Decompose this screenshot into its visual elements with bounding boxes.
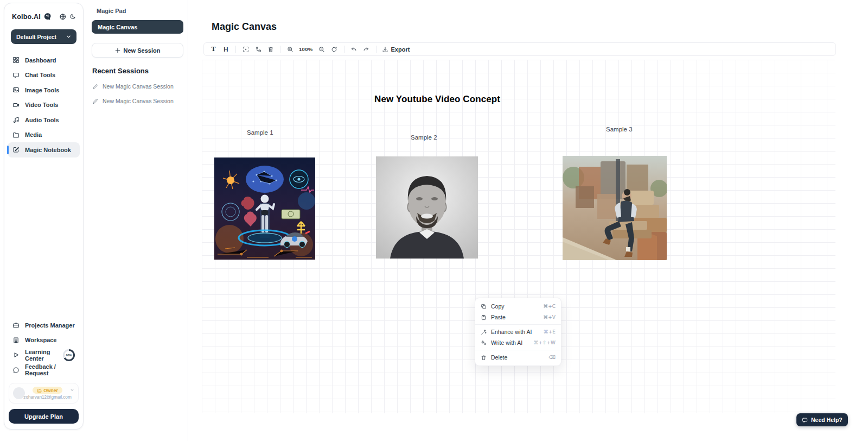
sidebar-nav: Dashboard Chat Tools Image Tools Video T… — [4, 53, 83, 158]
sidebar-item-image-tools[interactable]: Image Tools — [8, 83, 80, 98]
export-button[interactable]: Export — [380, 46, 412, 53]
video-icon — [12, 102, 20, 109]
notebook-icon — [12, 146, 20, 153]
nav-label: Dashboard — [25, 57, 56, 64]
workflow-icon — [255, 46, 261, 53]
brand-row: Kolbo.AI — [4, 3, 83, 21]
sidebar-item-workspace[interactable]: Workspace — [8, 333, 62, 348]
learning-progress-value: 66% — [65, 351, 73, 360]
user-email: zoharvan12@gmail.com — [23, 395, 71, 400]
recent-session-item[interactable]: New Magic Canvas Session — [92, 83, 174, 90]
delete-tool-button[interactable] — [264, 43, 277, 55]
menu-shortcut: ⌘+C — [543, 304, 556, 309]
chevron-down-icon — [66, 34, 71, 39]
help-chat-icon — [802, 417, 808, 423]
sidebar-item-dashboard[interactable]: Dashboard — [8, 53, 80, 68]
zoom-out-button[interactable] — [316, 43, 328, 55]
undo-button[interactable] — [348, 43, 360, 55]
context-menu-copy[interactable]: Copy ⌘+C — [475, 301, 561, 312]
context-menu-write-with-ai[interactable]: Write with AI ⌘+⇧+W — [475, 337, 561, 348]
magic-canvas-item[interactable]: Magic Canvas — [92, 20, 183, 34]
canvas-heading-text[interactable]: New Youtube Video Concept — [374, 94, 500, 105]
play-icon — [12, 351, 20, 358]
sparkles-icon — [481, 340, 487, 346]
workflow-tool-button[interactable] — [252, 43, 264, 55]
language-globe-icon[interactable] — [59, 13, 67, 21]
context-menu-delete[interactable]: Delete ⌫ — [475, 352, 561, 363]
chevron-down-icon — [70, 388, 74, 392]
menu-shortcut: ⌘+E — [544, 329, 556, 335]
magic-canvas-surface[interactable]: New Youtube Video Concept Sample 1 Sampl… — [202, 60, 835, 413]
toolbar-divider — [376, 46, 376, 53]
canvas-image-ruins[interactable] — [563, 156, 667, 260]
text-tool-button[interactable]: T — [207, 43, 220, 55]
toolbar-divider — [344, 46, 344, 53]
sidebar-item-chat-tools[interactable]: Chat Tools — [8, 68, 80, 83]
nav-label: Audio Tools — [25, 117, 59, 123]
pencil-icon — [92, 84, 98, 90]
sidebar-item-audio-tools[interactable]: Audio Tools — [8, 112, 80, 128]
dark-mode-moon-icon[interactable] — [69, 13, 76, 20]
menu-label: Delete — [491, 354, 507, 361]
sample-1-label[interactable]: Sample 1 — [247, 129, 273, 136]
menu-shortcut: ⌘+⇧+W — [533, 340, 556, 345]
zoom-level: 100% — [296, 46, 316, 52]
recent-session-label: New Magic Canvas Session — [103, 83, 174, 90]
menu-label: Write with AI — [491, 339, 522, 346]
canvas-toolbar: T H 100% Export — [203, 42, 836, 56]
primary-sidebar: Kolbo.AI Default Project Dashboard Chat … — [4, 3, 84, 430]
sample-2-label[interactable]: Sample 2 — [411, 134, 437, 141]
sample-3-label[interactable]: Sample 3 — [606, 126, 633, 133]
nav-label: Feedback / Request — [25, 363, 75, 376]
ai-select-icon — [242, 46, 249, 53]
nav-label: Learning Center — [25, 349, 56, 362]
context-menu-paste[interactable]: Paste ⌘+V — [475, 312, 561, 323]
user-account-card[interactable]: Owner zoharvan12@gmail.com — [9, 383, 79, 404]
paste-icon — [481, 314, 487, 320]
brain-logo-icon — [43, 12, 52, 21]
dashboard-icon — [12, 56, 20, 64]
recent-sessions-title: Recent Sessions — [92, 67, 188, 75]
context-menu-enhance-with-ai[interactable]: Enhance with AI ⌘+E — [475, 326, 561, 337]
sidebar-item-projects-manager[interactable]: Projects Manager — [8, 318, 80, 333]
redo-button[interactable] — [360, 43, 373, 55]
download-icon — [382, 46, 388, 53]
canvas-image-portrait[interactable] — [376, 156, 478, 259]
menu-label: Paste — [491, 314, 506, 320]
sidebar-item-learning-center[interactable]: Learning Center 66% — [8, 348, 80, 363]
briefcase-icon — [12, 322, 20, 329]
need-help-label: Need Help? — [811, 417, 843, 423]
reset-view-button[interactable] — [328, 43, 341, 55]
redo-icon — [363, 46, 369, 53]
main-area: Magic Canvas T H 100% — [188, 0, 868, 441]
menu-divider — [475, 350, 561, 350]
feedback-icon — [12, 367, 20, 374]
trash-icon — [481, 355, 487, 361]
undo-icon — [350, 46, 357, 53]
sidebar-item-magic-notebook[interactable]: Magic Notebook — [8, 142, 80, 158]
ai-select-tool-button[interactable] — [239, 43, 252, 55]
media-folder-icon — [12, 131, 20, 138]
zoom-out-icon — [318, 46, 325, 53]
sidebar-item-video-tools[interactable]: Video Tools — [8, 98, 80, 113]
upgrade-plan-button[interactable]: Upgrade Plan — [9, 409, 79, 424]
recent-session-label: New Magic Canvas Session — [103, 98, 174, 104]
learning-progress-ring: 66% — [63, 349, 75, 361]
menu-label: Copy — [491, 303, 505, 310]
canvas-image-ai-collage[interactable] — [214, 158, 315, 260]
sidebar-item-feedback[interactable]: Feedback / Request — [8, 363, 80, 378]
sidebar-footer: Projects Manager Workspace Learning Cent… — [8, 318, 80, 424]
brand-logo: Kolbo.AI — [12, 13, 41, 21]
toolbar-divider — [280, 46, 280, 53]
rotate-icon — [331, 46, 337, 53]
new-session-label: New Session — [124, 47, 161, 54]
sidebar-item-media[interactable]: Media — [8, 128, 80, 143]
need-help-button[interactable]: Need Help? — [796, 413, 848, 426]
new-session-button[interactable]: New Session — [92, 43, 183, 58]
crown-icon — [37, 388, 42, 393]
magic-pad-item[interactable]: Magic Pad — [97, 8, 126, 14]
heading-tool-button[interactable]: H — [220, 43, 232, 55]
recent-session-item[interactable]: New Magic Canvas Session — [92, 98, 174, 104]
zoom-in-button[interactable] — [284, 43, 296, 55]
project-selector[interactable]: Default Project — [11, 29, 76, 44]
